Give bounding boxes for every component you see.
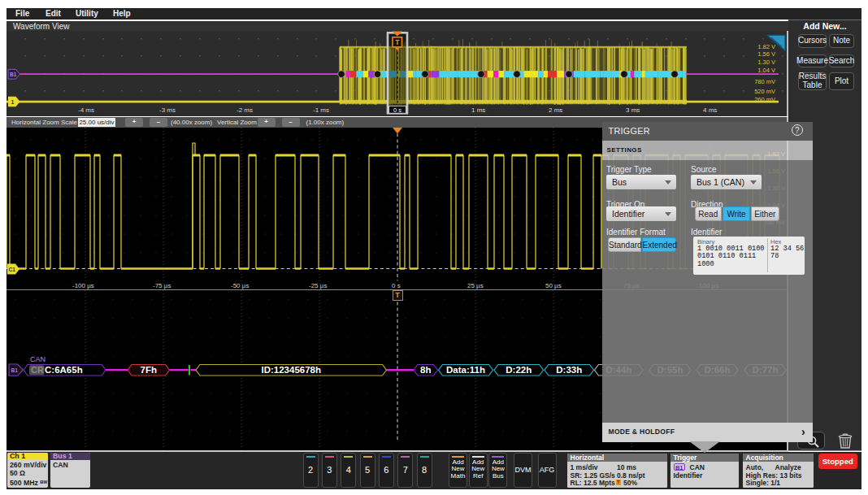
svg-text:C1: C1 bbox=[9, 267, 16, 272]
svg-text:B1: B1 bbox=[11, 367, 19, 373]
svg-text:ID:12345678h: ID:12345678h bbox=[261, 365, 321, 375]
svg-text:T: T bbox=[395, 38, 400, 46]
svg-text:8h: 8h bbox=[420, 365, 431, 375]
svg-text:B1: B1 bbox=[10, 72, 17, 77]
svg-text:CR: CR bbox=[31, 365, 44, 375]
svg-text:C:6A65h: C:6A65h bbox=[45, 365, 83, 375]
svg-text:CAN: CAN bbox=[30, 354, 46, 363]
svg-text:D:22h: D:22h bbox=[506, 365, 532, 375]
svg-text:0 s: 0 s bbox=[393, 106, 401, 114]
svg-text:Data:11h: Data:11h bbox=[446, 365, 485, 375]
svg-text:1: 1 bbox=[11, 99, 15, 105]
svg-text:D:33h: D:33h bbox=[556, 365, 582, 375]
svg-text:7Fh: 7Fh bbox=[141, 365, 157, 375]
